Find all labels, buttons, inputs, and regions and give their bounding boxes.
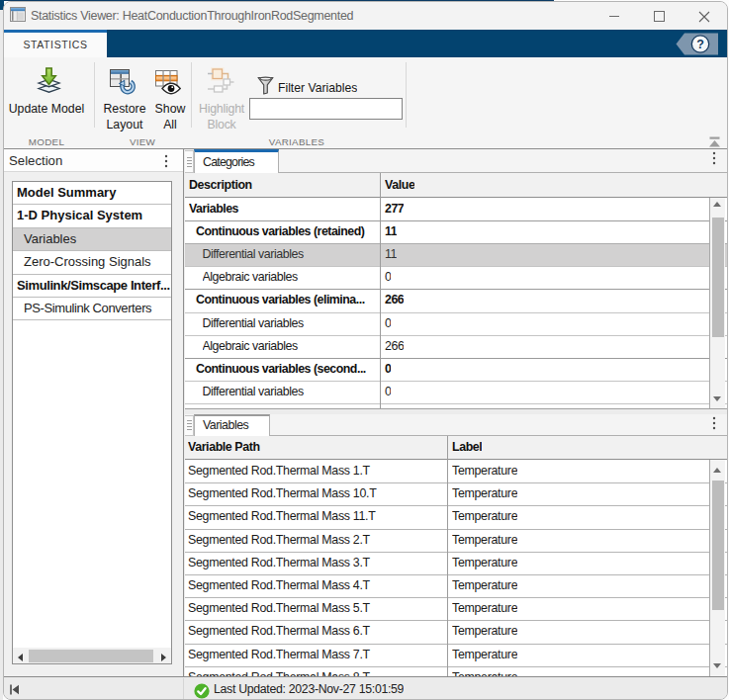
- svg-text:?: ?: [696, 38, 704, 51]
